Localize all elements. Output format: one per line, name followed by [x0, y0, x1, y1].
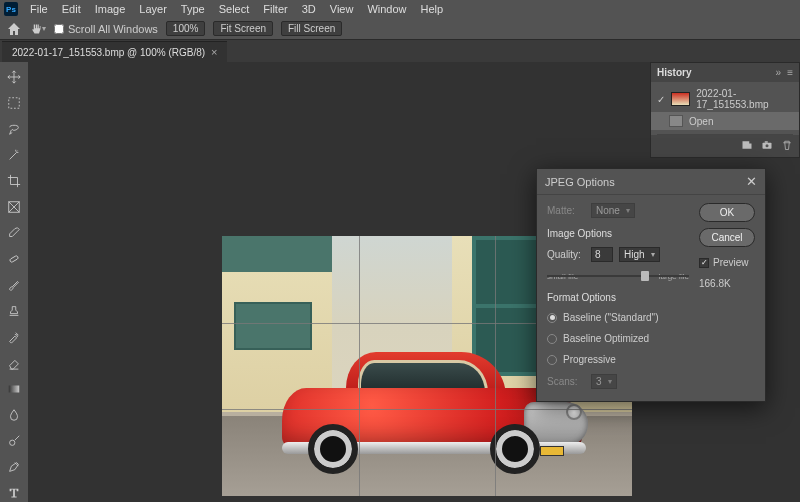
quality-slider[interactable]: small file large file	[547, 270, 689, 282]
matte-row: Matte: None▾	[547, 203, 689, 218]
document-tab-title: 2022-01-17_151553.bmp @ 100% (RGB/8)	[12, 47, 205, 58]
crop-tool[interactable]	[3, 170, 25, 192]
wand-tool[interactable]	[3, 144, 25, 166]
options-bar: ▾ Scroll All Windows 100% Fit Screen Fil…	[0, 18, 800, 40]
svg-rect-2	[9, 255, 18, 262]
new-snapshot-icon[interactable]	[761, 139, 773, 153]
menu-layer[interactable]: Layer	[133, 1, 173, 17]
menu-3d[interactable]: 3D	[296, 1, 322, 17]
brush-tool[interactable]	[3, 274, 25, 296]
scroll-all-windows-checkbox[interactable]: Scroll All Windows	[54, 23, 158, 35]
radio-label: Baseline ("Standard")	[563, 312, 658, 323]
eyedropper-tool[interactable]	[3, 222, 25, 244]
stamp-tool[interactable]	[3, 300, 25, 322]
quality-label: Quality:	[547, 249, 585, 260]
svg-rect-14	[765, 141, 768, 143]
ok-button[interactable]: OK	[699, 203, 755, 222]
radio-label: Progressive	[563, 354, 616, 365]
history-step-open[interactable]: Open	[651, 112, 799, 130]
menu-bar: Ps File Edit Image Layer Type Select Fil…	[0, 0, 800, 18]
menu-view[interactable]: View	[324, 1, 360, 17]
svg-rect-0	[9, 98, 20, 109]
matte-label: Matte:	[547, 205, 585, 216]
history-panel: History » ≡ ✓ 2022-01-17_151553.bmp Open	[650, 62, 800, 158]
snapshot-label: 2022-01-17_151553.bmp	[696, 88, 793, 110]
dialog-close-icon[interactable]: ✕	[746, 174, 757, 189]
fit-screen-button[interactable]: Fit Screen	[213, 21, 273, 36]
gradient-tool[interactable]	[3, 378, 25, 400]
brush-indicator-icon: ✓	[657, 94, 665, 105]
dodge-tool[interactable]	[3, 430, 25, 452]
history-snapshot[interactable]: ✓ 2022-01-17_151553.bmp	[651, 86, 799, 112]
heal-tool[interactable]	[3, 248, 25, 270]
jpeg-options-dialog: JPEG Options ✕ Matte: None▾ Image Option…	[536, 168, 766, 402]
close-icon[interactable]: ×	[211, 46, 217, 58]
home-icon[interactable]	[6, 21, 22, 37]
preview-checkbox[interactable]: ✓ Preview	[699, 257, 755, 268]
filesize-readout: 166.8K	[699, 278, 755, 289]
app-logo-icon: Ps	[4, 2, 18, 16]
menu-select[interactable]: Select	[213, 1, 256, 17]
blur-tool[interactable]	[3, 404, 25, 426]
menu-type[interactable]: Type	[175, 1, 211, 17]
document-tab-bar: 2022-01-17_151553.bmp @ 100% (RGB/8) ×	[0, 40, 800, 62]
toolbox	[0, 62, 28, 502]
quality-input[interactable]	[591, 247, 613, 262]
radio-icon	[547, 313, 557, 323]
fill-screen-button[interactable]: Fill Screen	[281, 21, 342, 36]
scans-select: 3▾	[591, 374, 617, 389]
radio-baseline-optimized[interactable]: Baseline Optimized	[547, 332, 689, 345]
eraser-tool[interactable]	[3, 352, 25, 374]
history-panel-title: History	[657, 67, 691, 78]
scans-label: Scans:	[547, 376, 585, 387]
dialog-titlebar[interactable]: JPEG Options ✕	[537, 169, 765, 195]
image-options-heading: Image Options	[547, 228, 689, 239]
checkbox-icon: ✓	[699, 258, 709, 268]
preview-label: Preview	[713, 257, 749, 268]
scroll-all-label: Scroll All Windows	[68, 23, 158, 35]
menu-help[interactable]: Help	[415, 1, 450, 17]
frame-tool[interactable]	[3, 196, 25, 218]
move-tool[interactable]	[3, 66, 25, 88]
menu-file[interactable]: File	[24, 1, 54, 17]
radio-label: Baseline Optimized	[563, 333, 649, 344]
radio-icon	[547, 355, 557, 365]
radio-progressive[interactable]: Progressive	[547, 353, 689, 366]
slider-thumb-icon[interactable]	[641, 271, 649, 281]
lasso-tool[interactable]	[3, 118, 25, 140]
radio-baseline-standard[interactable]: Baseline ("Standard")	[547, 311, 689, 324]
menu-image[interactable]: Image	[89, 1, 132, 17]
delete-state-icon[interactable]	[781, 139, 793, 153]
quality-preset-select[interactable]: High▾	[619, 247, 660, 262]
zoom-level-field[interactable]: 100%	[166, 21, 206, 36]
hand-tool-icon[interactable]: ▾	[30, 21, 46, 37]
history-brush-tool[interactable]	[3, 326, 25, 348]
pen-tool[interactable]	[3, 456, 25, 478]
open-step-icon	[669, 115, 683, 127]
history-panel-footer	[651, 135, 799, 157]
history-step-label: Open	[689, 116, 713, 127]
scans-row: Scans: 3▾	[547, 374, 689, 389]
radio-icon	[547, 334, 557, 344]
cancel-button[interactable]: Cancel	[699, 228, 755, 247]
format-options-heading: Format Options	[547, 292, 689, 303]
menu-window[interactable]: Window	[361, 1, 412, 17]
svg-point-13	[766, 144, 769, 147]
marquee-tool[interactable]	[3, 92, 25, 114]
document-tab[interactable]: 2022-01-17_151553.bmp @ 100% (RGB/8) ×	[2, 41, 227, 62]
dialog-title: JPEG Options	[545, 176, 615, 188]
snapshot-thumbnail-icon	[671, 92, 690, 106]
new-document-from-state-icon[interactable]	[741, 139, 753, 153]
menu-filter[interactable]: Filter	[257, 1, 293, 17]
collapse-panel-icon[interactable]: »	[776, 67, 782, 78]
scroll-all-checkbox-input[interactable]	[54, 24, 64, 34]
svg-point-4	[10, 440, 15, 445]
svg-rect-3	[9, 386, 20, 393]
matte-select: None▾	[591, 203, 635, 218]
history-panel-header: History » ≡	[651, 63, 799, 82]
menu-edit[interactable]: Edit	[56, 1, 87, 17]
type-tool[interactable]	[3, 482, 25, 502]
panel-menu-icon[interactable]: ≡	[787, 67, 793, 78]
